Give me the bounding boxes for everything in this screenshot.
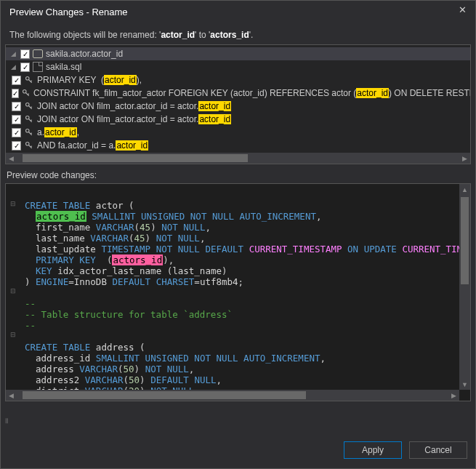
scrollbar-thumb[interactable] [23, 154, 248, 162]
dialog-buttons: Apply Cancel [335, 431, 476, 469]
tree-root[interactable]: ◢ ✓ sakila.actor.actor_id [6, 47, 470, 60]
tree-file-label: sakila.sql [46, 62, 81, 72]
column-icon [33, 49, 43, 58]
fold-gutter: ⊟ ⊟ ⊟ [6, 184, 20, 401]
scroll-left-icon[interactable]: ◀ [6, 390, 17, 401]
key-icon [24, 114, 34, 124]
scrollbar-thumb[interactable] [461, 197, 469, 284]
checkbox[interactable]: ✓ [12, 76, 21, 85]
apply-button[interactable]: Apply [344, 441, 402, 459]
tree-item-text: CONSTRAINT fk_film_actor_actor FOREIGN K… [33, 88, 470, 98]
tree-item[interactable]: ✓JOIN actor ON film_actor.actor_id = act… [6, 113, 470, 126]
tree-item-text: a.actor_id, [37, 127, 79, 137]
changes-tree: ◢ ✓ sakila.actor.actor_id ◢ ✓ sakila.sql… [5, 44, 471, 164]
scroll-left-icon[interactable]: ◀ [6, 153, 17, 164]
preview-label: Preview code changes: [1, 164, 475, 183]
key-icon [24, 140, 34, 151]
scroll-up-icon[interactable]: ▲ [459, 184, 470, 195]
scroll-down-icon[interactable]: ▼ [459, 379, 470, 390]
checkbox[interactable]: ✓ [12, 141, 21, 151]
checkbox[interactable]: ✓ [12, 102, 21, 111]
checkbox[interactable]: ✓ [12, 89, 19, 98]
scroll-right-icon[interactable]: ▶ [459, 153, 470, 164]
checkbox[interactable]: ✓ [20, 63, 30, 72]
scrollbar-thumb[interactable] [23, 391, 306, 399]
tree-item[interactable]: ✓a.actor_id, [6, 126, 470, 139]
key-icon [24, 127, 34, 137]
tree-item[interactable]: ✓PRIMARY KEY (actor_id), [6, 73, 470, 87]
rename-description: The following objects will be renamed: '… [1, 23, 475, 44]
titlebar: Preview Changes - Rename ✕ [1, 1, 475, 23]
scroll-right-icon[interactable]: ▶ [448, 390, 459, 401]
checkbox[interactable]: ✓ [12, 128, 21, 137]
tree-item[interactable]: ✓CONSTRAINT fk_film_actor_actor FOREIGN … [6, 87, 470, 100]
collapse-icon[interactable]: ◢ [9, 63, 17, 71]
tree-item-text: AND fa.actor_id = a.actor_id [37, 140, 148, 151]
window-title: Preview Changes - Rename [9, 7, 455, 17]
tree-file[interactable]: ◢ ✓ sakila.sql [6, 60, 470, 73]
horizontal-scrollbar[interactable]: ◀ ▶ [6, 390, 459, 401]
file-icon [33, 62, 43, 72]
fold-icon[interactable]: ⊟ [6, 331, 20, 342]
cancel-button[interactable]: Cancel [409, 441, 467, 459]
tree-item-text: JOIN actor ON film_actor.actor_id = acto… [37, 114, 231, 124]
collapse-icon[interactable]: ◢ [9, 50, 17, 57]
key-icon [24, 101, 34, 111]
tree-item-text: JOIN actor ON film_actor.actor_id = acto… [37, 101, 231, 111]
close-icon[interactable]: ✕ [455, 4, 469, 19]
key-icon [22, 88, 31, 98]
tree-item[interactable]: ✓AND fa.actor_id = a.actor_id [6, 139, 470, 152]
tree-root-label: sakila.actor.actor_id [46, 49, 123, 59]
fold-icon[interactable]: ⊟ [6, 287, 20, 298]
tree-item[interactable]: ✓JOIN actor ON film_actor.actor_id = act… [6, 100, 470, 113]
code-preview: ⊟ ⊟ ⊟ CREATE TABLE actor ( actors_id SMA… [5, 183, 471, 401]
split-handle-icon[interactable]: ⦀ [5, 417, 12, 424]
vertical-scrollbar[interactable]: ▲ ▼ [459, 184, 470, 390]
tree-item-text: PRIMARY KEY (actor_id), [37, 75, 142, 85]
key-icon [24, 75, 34, 85]
horizontal-scrollbar[interactable]: ◀ ▶ [6, 153, 470, 164]
checkbox[interactable]: ✓ [20, 49, 30, 59]
fold-icon[interactable]: ⊟ [6, 200, 20, 211]
checkbox[interactable]: ✓ [12, 115, 21, 124]
code-area[interactable]: CREATE TABLE actor ( actors_id SMALLINT … [20, 184, 470, 401]
